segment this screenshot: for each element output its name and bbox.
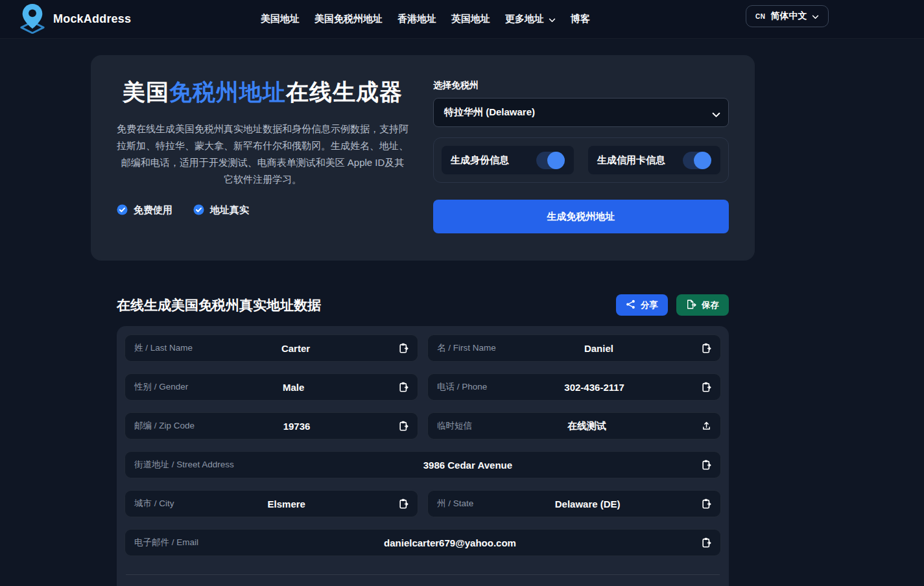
- main-nav: 美国地址 美国免税州地址 香港地址 英国地址 更多地址 博客: [261, 13, 590, 25]
- file-export-icon: [686, 299, 696, 311]
- copy-icon[interactable]: [702, 537, 711, 548]
- field-phone: 电话 / Phone 302-436-2117: [427, 373, 721, 401]
- field-temp-sms: 临时短信 在线测试: [427, 412, 721, 439]
- share-button[interactable]: 分享: [616, 294, 668, 316]
- chevron-down-icon: [549, 14, 556, 25]
- identity-toggle-label: 生成身份信息: [451, 154, 509, 167]
- check-circle-icon: [117, 204, 128, 217]
- check-circle-icon: [193, 204, 204, 217]
- hero-panel: 美国免税州地址在线生成器 免费在线生成美国免税州真实地址数据和身份信息示例数据，…: [91, 55, 755, 261]
- creditcard-toggle[interactable]: [683, 152, 711, 169]
- generator-controls: 选择免税州 特拉华州 (Delaware) 生成身份信息 生成信用卡信息 生成免…: [433, 71, 729, 233]
- copy-icon[interactable]: [399, 382, 409, 392]
- toggle-card-creditcard: 生成信用卡信息: [588, 146, 720, 174]
- nav-item-hk-address[interactable]: 香港地址: [397, 13, 436, 25]
- results-section-title: 在线生成美国免税州真实地址数据: [117, 296, 321, 314]
- hero-intro: 美国免税州地址在线生成器 免费在线生成美国免税州真实地址数据和身份信息示例数据，…: [117, 71, 409, 233]
- share-button-label: 分享: [641, 299, 658, 311]
- map-pin-icon: [18, 3, 47, 36]
- copy-icon[interactable]: [702, 498, 711, 509]
- results-header: 在线生成美国免税州真实地址数据 分享 保存: [117, 294, 729, 316]
- address-fields: 姓 / Last Name Carter 名 / First Name Dani…: [124, 334, 721, 556]
- field-value: 19736: [201, 421, 392, 432]
- copy-icon[interactable]: [702, 460, 711, 470]
- language-selector[interactable]: CN 简体中文: [746, 5, 829, 27]
- nav-item-uk-address[interactable]: 英国地址: [451, 13, 490, 25]
- field-label: 电话 / Phone: [437, 381, 487, 393]
- field-value: 在线测试: [479, 420, 695, 432]
- navbar: MockAddress 美国地址 美国免税州地址 香港地址 英国地址 更多地址 …: [0, 0, 924, 39]
- share-nodes-icon: [626, 299, 635, 311]
- field-value: Carter: [199, 343, 392, 354]
- field-label: 州 / State: [437, 498, 473, 510]
- field-label: 临时短信: [437, 420, 472, 432]
- nav-item-blog[interactable]: 博客: [571, 13, 590, 25]
- feature-free-label: 免费使用: [134, 204, 172, 217]
- field-label: 名 / First Name: [437, 342, 496, 354]
- feature-real-label: 地址真实: [210, 204, 249, 217]
- nav-item-us-address[interactable]: 美国地址: [261, 13, 300, 25]
- generate-button[interactable]: 生成免税州地址: [433, 200, 729, 233]
- chevron-down-icon: [812, 12, 819, 21]
- copy-icon[interactable]: [702, 382, 711, 392]
- page-title-prefix: 美国: [123, 79, 169, 104]
- field-city: 城市 / City Elsmere: [124, 490, 418, 517]
- creditcard-toggle-label: 生成信用卡信息: [597, 154, 665, 167]
- field-street-address: 街道地址 / Street Address 3986 Cedar Avenue: [124, 451, 721, 478]
- field-label: 性别 / Gender: [134, 381, 188, 393]
- toggles-panel: 生成身份信息 生成信用卡信息: [433, 137, 729, 183]
- field-label: 街道地址 / Street Address: [134, 459, 234, 471]
- field-label: 姓 / Last Name: [134, 342, 193, 354]
- field-first-name: 名 / First Name Daniel: [427, 334, 721, 362]
- copy-icon[interactable]: [399, 498, 409, 509]
- field-value: Delaware (DE): [480, 498, 695, 510]
- field-zip-code: 邮编 / Zip Code 19736: [124, 412, 418, 439]
- page-title-suffix: 在线生成器: [286, 79, 403, 104]
- results-panel: 姓 / Last Name Carter 名 / First Name Dani…: [117, 326, 729, 586]
- language-label: 简体中文: [770, 10, 807, 22]
- nav-item-more-label: 更多地址: [505, 13, 544, 25]
- feature-free: 免费使用: [117, 204, 172, 217]
- nav-item-us-taxfree-address[interactable]: 美国免税州地址: [314, 13, 383, 25]
- field-last-name: 姓 / Last Name Carter: [124, 334, 418, 362]
- section-divider: [126, 574, 720, 575]
- copy-icon[interactable]: [399, 343, 409, 353]
- field-label: 城市 / City: [134, 498, 174, 510]
- field-value: Elsmere: [181, 498, 392, 510]
- field-gender: 性别 / Gender Male: [124, 373, 418, 401]
- state-select[interactable]: 特拉华州 (Delaware): [433, 98, 729, 127]
- nav-item-more-addresses[interactable]: 更多地址: [505, 13, 556, 25]
- save-button-label: 保存: [702, 299, 719, 311]
- feature-real: 地址真实: [193, 204, 249, 217]
- field-label: 电子邮件 / Email: [134, 537, 198, 548]
- toggle-knob: [694, 152, 711, 169]
- field-value: danielcarter679@yahoo.com: [205, 537, 695, 548]
- state-select-label: 选择免税州: [433, 80, 729, 91]
- language-code: CN: [755, 13, 765, 20]
- toggle-card-identity: 生成身份信息: [442, 146, 574, 174]
- brand-name: MockAddress: [53, 12, 131, 26]
- save-button[interactable]: 保存: [676, 294, 729, 316]
- page-title-highlight: 免税州地址: [169, 79, 286, 104]
- field-email: 电子邮件 / Email danielcarter679@yahoo.com: [124, 529, 721, 556]
- field-label: 邮编 / Zip Code: [134, 420, 195, 432]
- field-state: 州 / State Delaware (DE): [427, 490, 721, 517]
- header-actions: 分享 保存: [616, 294, 729, 316]
- hero-description: 免费在线生成美国免税州真实地址数据和身份信息示例数据，支持阿拉斯加、特拉华、蒙大…: [117, 121, 409, 189]
- page-title: 美国免税州地址在线生成器: [117, 77, 409, 108]
- brand-logo[interactable]: MockAddress: [18, 3, 131, 36]
- copy-icon[interactable]: [399, 421, 409, 431]
- copy-icon[interactable]: [702, 343, 711, 353]
- toggle-knob: [547, 152, 565, 169]
- field-value: Male: [195, 382, 392, 393]
- external-link-icon[interactable]: [702, 421, 711, 431]
- identity-toggle[interactable]: [536, 152, 565, 169]
- field-value: 302-436-2117: [493, 382, 695, 393]
- field-value: Daniel: [503, 343, 695, 354]
- hero-features: 免费使用 地址真实: [117, 204, 409, 217]
- field-value: 3986 Cedar Avenue: [241, 460, 695, 471]
